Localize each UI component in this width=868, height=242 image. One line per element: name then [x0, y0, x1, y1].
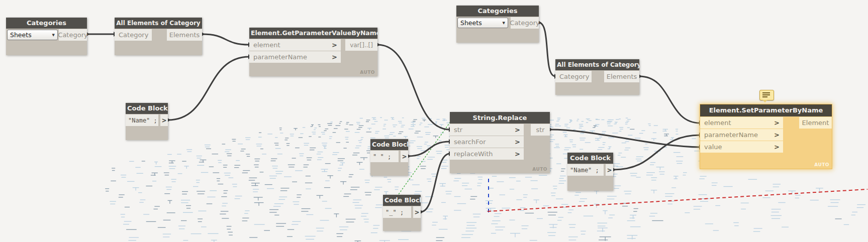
lacing-indicator[interactable]: AUTO [814, 162, 829, 167]
node-code-block-name-1[interactable]: Code Block "Name" ; > [126, 103, 168, 140]
wire[interactable] [639, 76, 700, 123]
port-label: Elements [169, 31, 200, 39]
default-chevron-icon[interactable]: > [774, 143, 783, 151]
port-label: str [536, 126, 544, 134]
default-chevron-icon[interactable]: > [515, 138, 524, 146]
dropdown-value: Sheets [10, 31, 32, 39]
node-get-parameter-value-by-name[interactable]: Element.GetParameterValueByName element … [249, 28, 377, 76]
node-title: Code Block [126, 103, 168, 114]
port-label: Category [559, 73, 589, 80]
wire[interactable] [377, 45, 450, 130]
node-title: Code Block [383, 195, 421, 206]
output-port-elements[interactable]: Elements [604, 71, 639, 82]
code-block-text[interactable]: "_" ; [383, 206, 411, 218]
node-title: All Elements of Category [555, 59, 639, 70]
category-dropdown[interactable]: Sheets ▼ [7, 30, 58, 40]
node-code-block-name-2[interactable]: Code Block "Name" ; > [567, 153, 613, 191]
dropdown-caret-icon: ▼ [52, 33, 55, 37]
dropdown-caret-icon: ▼ [503, 21, 505, 25]
code-block-text[interactable]: "Name" ; [126, 114, 158, 126]
node-categories-1[interactable]: Categories Sheets ▼ Category [6, 18, 87, 55]
port-label: Element [802, 119, 829, 127]
port-label: replaceWith [454, 150, 493, 158]
port-label: element [253, 41, 280, 49]
port-label: searchFor [454, 138, 486, 146]
output-port-str[interactable]: str [531, 124, 550, 136]
node-categories-2[interactable]: Categories Sheets ▼ Category [456, 6, 539, 43]
output-port-category[interactable]: Category [511, 17, 539, 29]
note-line [762, 96, 767, 97]
note-line [762, 92, 770, 93]
output-port[interactable]: > [413, 206, 421, 218]
lacing-indicator[interactable]: AUTO [532, 167, 547, 172]
port-label: element [704, 119, 731, 127]
default-chevron-icon[interactable]: > [332, 41, 341, 49]
input-port-searchFor[interactable]: searchFor > [450, 136, 524, 148]
default-chevron-icon[interactable]: > [774, 131, 783, 139]
node-all-elements-1[interactable]: All Elements of Category Category Elemen… [115, 18, 202, 55]
port-label: Category [510, 19, 539, 27]
port-label: Category [58, 31, 87, 39]
node-all-elements-2[interactable]: All Elements of Category Category Elemen… [555, 59, 639, 95]
code-block-text[interactable]: "Name" ; [567, 164, 604, 176]
input-port-parameterName[interactable]: parameterName > [249, 51, 341, 63]
node-title: Element.SetParameterByName [700, 104, 832, 116]
dropdown-value: Sheets [460, 19, 482, 27]
output-port[interactable]: > [160, 114, 168, 126]
input-port-category[interactable]: Category [555, 71, 592, 82]
node-title: Categories [6, 18, 87, 29]
dynamo-workspace-canvas[interactable]: Categories Sheets ▼ Category All Element… [0, 0, 868, 242]
port-label: Elements [607, 73, 637, 80]
node-title: Code Block [567, 153, 613, 164]
node-title: String.Replace [450, 112, 550, 124]
node-code-block-underscore[interactable]: Code Block "_" ; > [383, 195, 421, 231]
input-port-category[interactable]: Category [115, 29, 152, 41]
wire[interactable] [168, 57, 249, 120]
output-port[interactable]: > [401, 151, 408, 162]
input-port-element[interactable]: element > [249, 39, 341, 51]
port-label: parameterName [704, 131, 758, 139]
default-chevron-icon[interactable]: > [332, 53, 341, 61]
port-label: parameterName [253, 53, 307, 61]
node-title: Element.GetParameterValueByName [249, 28, 377, 39]
input-port-str[interactable]: str > [450, 124, 524, 136]
port-label: Category [119, 31, 148, 39]
output-port-elements[interactable]: Elements [167, 29, 202, 41]
input-port-element[interactable]: element > [700, 117, 783, 129]
note-line [762, 94, 770, 95]
output-port-var[interactable]: var[]..[] [345, 39, 377, 51]
node-title: Code Block [370, 139, 408, 150]
node-code-block-space[interactable]: Code Block " " ; > [370, 139, 408, 176]
wire[interactable] [539, 23, 555, 76]
warning-note-icon[interactable] [759, 90, 774, 100]
wire[interactable] [408, 142, 450, 156]
port-label: str [454, 126, 462, 134]
node-title: Categories [456, 6, 539, 17]
input-port-replaceWith[interactable]: replaceWith > [450, 148, 524, 160]
default-chevron-icon[interactable]: > [515, 150, 524, 158]
output-port[interactable]: > [606, 164, 613, 176]
default-chevron-icon[interactable]: > [515, 126, 524, 134]
category-dropdown[interactable]: Sheets ▼ [457, 18, 508, 28]
wire[interactable] [421, 154, 450, 212]
output-port-element[interactable]: Element [799, 117, 832, 129]
port-label: var[]..[] [350, 42, 373, 49]
input-port-value[interactable]: value > [700, 141, 783, 153]
port-label: value [704, 143, 722, 151]
node-set-parameter-by-name[interactable]: Element.SetParameterByName element > par… [700, 104, 832, 169]
default-chevron-icon[interactable]: > [774, 119, 783, 127]
code-block-text[interactable]: " " ; [370, 151, 399, 162]
lacing-indicator[interactable]: AUTO [360, 70, 375, 75]
input-port-parameterName[interactable]: parameterName > [700, 129, 783, 141]
node-title: All Elements of Category [115, 18, 202, 29]
node-string-replace[interactable]: String.Replace str > searchFor > replace… [450, 112, 550, 173]
wire[interactable] [613, 135, 700, 170]
output-port-category[interactable]: Category [59, 29, 87, 41]
wire[interactable] [202, 34, 249, 45]
